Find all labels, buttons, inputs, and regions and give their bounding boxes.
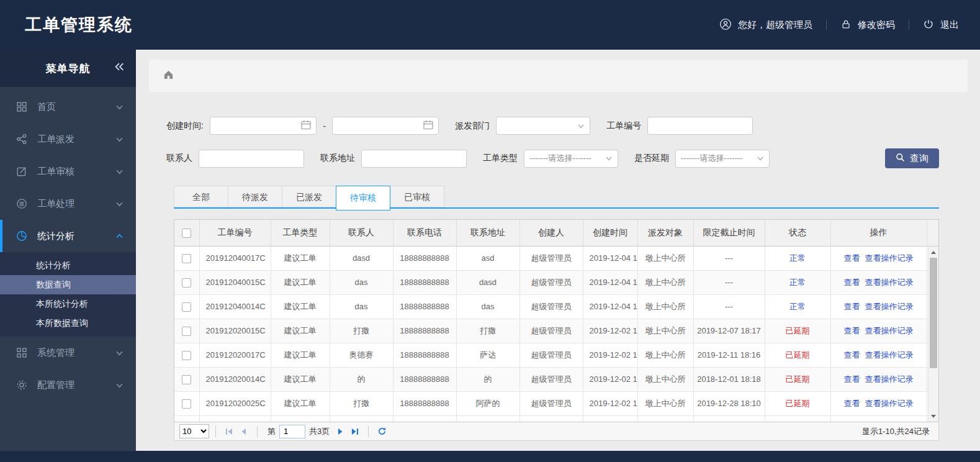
- first-page-button[interactable]: [225, 427, 234, 436]
- last-page-button[interactable]: [350, 427, 359, 436]
- cell-target: 墩上中心所: [637, 391, 693, 415]
- view-log-link[interactable]: 查看操作记录: [865, 302, 914, 311]
- cell-deadline: ---: [693, 294, 765, 319]
- home-icon[interactable]: [163, 69, 174, 83]
- sidebar-submenu: 统计分析数据查询本所统计分析本所数据查询: [0, 252, 136, 337]
- cell-phone: 18888888888: [393, 270, 456, 294]
- create-time-start-input[interactable]: [210, 117, 317, 135]
- order-type-value: -------请选择-------: [529, 153, 591, 164]
- sidebar-item-order-review[interactable]: 工单审核: [0, 155, 136, 188]
- view-log-link[interactable]: 查看操作记录: [865, 326, 914, 335]
- view-log-link[interactable]: 查看操作记录: [865, 278, 914, 287]
- cell-created: 2019-12-04 15: [583, 270, 637, 294]
- cell-empty: [830, 415, 927, 422]
- cell-deadline: 2019-12-11 18:16: [693, 343, 765, 367]
- change-password-button[interactable]: 修改密码: [840, 19, 895, 32]
- cell-actions: 查看查看操作记录: [830, 319, 927, 343]
- cell-creator: 超级管理员: [519, 391, 583, 415]
- cell-order-type: 建议工单: [271, 343, 330, 367]
- row-checkbox[interactable]: [182, 375, 191, 384]
- view-link[interactable]: 查看: [844, 374, 860, 384]
- refresh-button[interactable]: [377, 427, 387, 436]
- page-size-select[interactable]: 10: [179, 424, 209, 438]
- sidebar-subitem-data-query[interactable]: 数据查询: [0, 275, 136, 294]
- row-checkbox[interactable]: [182, 278, 191, 288]
- cell-order-no: 201912020025C: [199, 391, 271, 415]
- contact-input[interactable]: [199, 150, 304, 168]
- cell-address: 阿萨的: [456, 391, 519, 415]
- scroll-down-icon[interactable]: [928, 411, 938, 421]
- lock-icon: [840, 19, 852, 32]
- tab-pending-review[interactable]: 待审核: [336, 186, 390, 211]
- tab-dispatched[interactable]: 已派发: [282, 186, 336, 207]
- tab-all[interactable]: 全部: [174, 186, 228, 207]
- view-link[interactable]: 查看: [844, 253, 860, 263]
- cell-target: 墩上中心所: [637, 367, 693, 391]
- sidebar-subitem-branch-data-query[interactable]: 本所数据查询: [0, 314, 136, 333]
- view-link[interactable]: 查看: [844, 278, 860, 287]
- sidebar: 菜单导航 首页工单派发工单审核工单处理统计分析统计分析数据查询本所统计分析本所数…: [0, 50, 136, 451]
- cell-created: 2019-12-02 17: [583, 343, 637, 367]
- table-scrollbar[interactable]: [928, 247, 938, 422]
- delay-select[interactable]: -------请选择-------: [675, 150, 770, 168]
- tab-reviewed[interactable]: 已审核: [390, 186, 444, 207]
- sidebar-collapse-icon[interactable]: [114, 62, 125, 74]
- status-badge: 正常: [789, 278, 806, 287]
- sidebar-item-order-process[interactable]: 工单处理: [0, 188, 136, 220]
- logout-button[interactable]: 退出: [923, 19, 959, 32]
- view-link[interactable]: 查看: [844, 350, 860, 360]
- view-log-link[interactable]: 查看操作记录: [865, 374, 914, 384]
- user-greeting[interactable]: 您好，超级管理员: [719, 18, 812, 32]
- sidebar-item-config-management[interactable]: 配置管理: [0, 369, 136, 401]
- cell-creator: 超级管理员: [519, 270, 583, 294]
- scroll-up-icon[interactable]: [928, 247, 938, 257]
- page-number-input[interactable]: [279, 425, 305, 438]
- view-log-link[interactable]: 查看操作记录: [865, 253, 914, 263]
- view-link[interactable]: 查看: [844, 399, 860, 408]
- create-time-label: 创建时间:: [166, 120, 204, 132]
- query-button[interactable]: 查询: [885, 148, 939, 168]
- prev-page-button[interactable]: [239, 427, 248, 436]
- next-page-button[interactable]: [336, 427, 345, 436]
- active-accent-bar: [0, 369, 2, 401]
- tab-pending-dispatch[interactable]: 待派发: [228, 186, 282, 207]
- view-log-link[interactable]: 查看操作记录: [865, 399, 914, 408]
- order-no-input[interactable]: [647, 117, 753, 135]
- row-checkbox[interactable]: [182, 254, 191, 263]
- sidebar-subitem-branch-stats-analysis[interactable]: 本所统计分析: [0, 294, 136, 314]
- column-header: 工单类型: [271, 220, 330, 246]
- view-link[interactable]: 查看: [844, 326, 860, 335]
- select-all-checkbox[interactable]: [182, 229, 191, 238]
- cell-address: asd: [456, 246, 519, 270]
- cell-order-type: 建议工单: [271, 270, 330, 294]
- address-input[interactable]: [361, 150, 467, 168]
- view-link[interactable]: 查看: [844, 302, 860, 311]
- user-greeting-label: 您好，超级管理员: [738, 19, 812, 31]
- sidebar-item-stats-analysis[interactable]: 统计分析: [0, 220, 136, 252]
- calendar-icon[interactable]: [300, 119, 312, 133]
- create-time-end-input[interactable]: [332, 117, 439, 135]
- sidebar-item-system-management[interactable]: 系统管理: [0, 337, 136, 369]
- row-checkbox[interactable]: [182, 351, 191, 360]
- cell-order-no: 201912020017C: [199, 343, 271, 367]
- cell-actions: 查看查看操作记录: [830, 367, 927, 391]
- row-checkbox[interactable]: [182, 327, 191, 336]
- view-log-link[interactable]: 查看操作记录: [865, 350, 914, 360]
- cell-status: 正常: [765, 270, 830, 294]
- cell-checkbox: [174, 415, 199, 422]
- order-type-select[interactable]: -------请选择-------: [524, 150, 618, 168]
- power-icon: [923, 19, 934, 32]
- scrollbar-thumb[interactable]: [930, 258, 937, 368]
- cell-created: 2019-12-04 15: [583, 294, 637, 319]
- sidebar-item-order-dispatch[interactable]: 工单派发: [0, 123, 136, 155]
- cell-address: das: [456, 294, 519, 319]
- row-checkbox[interactable]: [182, 302, 191, 312]
- sidebar-subitem-stats-analysis[interactable]: 统计分析: [0, 256, 136, 275]
- calendar-icon[interactable]: [423, 119, 434, 133]
- sidebar-item-home[interactable]: 首页: [0, 91, 136, 123]
- dept-select[interactable]: [496, 117, 590, 135]
- cell-deadline: ---: [693, 246, 765, 270]
- row-checkbox[interactable]: [182, 399, 191, 409]
- cell-empty: [765, 415, 830, 422]
- sidebar-item-label: 统计分析: [37, 230, 74, 242]
